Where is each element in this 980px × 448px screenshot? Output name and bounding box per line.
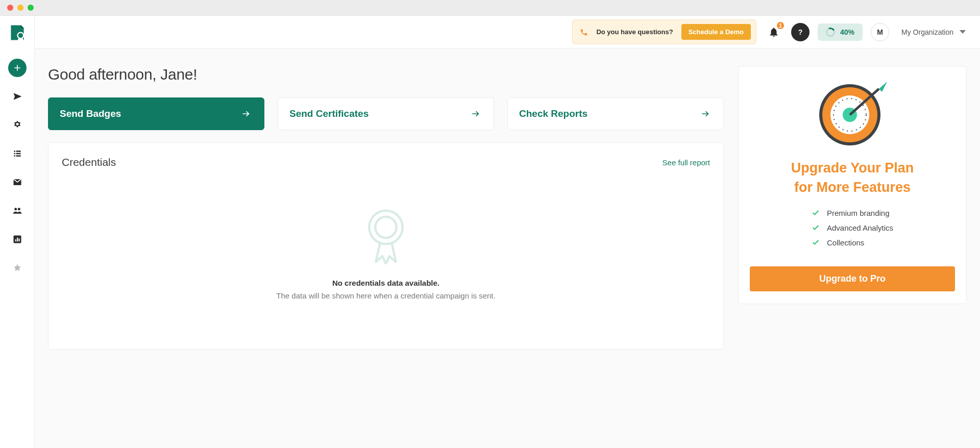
svg-point-1 — [16, 123, 18, 126]
action-label: Send Badges — [60, 108, 121, 119]
setup-progress-pill[interactable]: 40% — [818, 23, 863, 41]
window-zoom-dot[interactable] — [28, 5, 34, 11]
svg-rect-6 — [14, 155, 15, 157]
svg-rect-2 — [14, 151, 15, 152]
sidebar-analytics-icon[interactable] — [8, 230, 27, 248]
progress-percent: 40% — [840, 28, 854, 36]
action-label: Check Reports — [519, 108, 587, 119]
empty-state-title: No credentials data available. — [332, 279, 439, 287]
upgrade-features-list: Premium branding Advanced Analytics Coll… — [812, 209, 893, 253]
arrow-right-icon — [239, 107, 253, 120]
svg-point-16 — [375, 217, 396, 238]
send-certificates-button[interactable]: Send Certificates — [278, 97, 494, 130]
svg-rect-12 — [17, 238, 18, 242]
arrow-right-icon — [699, 107, 712, 120]
sidebar-favorites-icon[interactable] — [8, 259, 27, 277]
help-button[interactable]: ? — [791, 23, 810, 41]
feature-item: Collections — [812, 238, 893, 247]
sidebar-send-icon[interactable] — [8, 87, 27, 106]
svg-rect-13 — [18, 238, 19, 241]
svg-rect-3 — [16, 151, 20, 152]
arrow-right-icon — [469, 107, 482, 120]
svg-point-9 — [17, 208, 20, 210]
check-reports-button[interactable]: Check Reports — [507, 97, 724, 130]
demo-callout: Do you have questions? Schedule a Demo — [572, 19, 756, 44]
organization-label: My Organization — [901, 28, 953, 36]
see-full-report-link[interactable]: See full report — [663, 158, 710, 167]
window-chrome — [0, 0, 980, 16]
check-icon — [812, 209, 820, 217]
action-label: Send Certificates — [289, 108, 369, 119]
send-badges-button[interactable]: Send Badges — [48, 97, 264, 130]
phone-icon — [580, 28, 588, 36]
user-avatar[interactable]: M — [871, 23, 889, 41]
sidebar-users-icon[interactable] — [8, 202, 27, 220]
check-icon — [812, 238, 820, 246]
upgrade-title: Upgrade Your Plan for More Features — [791, 159, 914, 197]
progress-ring-icon — [824, 26, 836, 38]
window-minimize-dot[interactable] — [17, 5, 23, 11]
svg-rect-11 — [15, 239, 16, 241]
schedule-demo-button[interactable]: Schedule a Demo — [681, 24, 751, 40]
credentials-card: Credentials See full report No credentia… — [48, 142, 724, 350]
feature-item: Advanced Analytics — [812, 223, 893, 232]
sidebar-badges-icon[interactable] — [8, 116, 27, 134]
questions-label: Do you have questions? — [596, 28, 673, 36]
topbar: Do you have questions? Schedule a Demo 1… — [35, 16, 980, 48]
sidebar-mail-icon[interactable] — [8, 173, 27, 191]
brand-logo[interactable] — [7, 22, 28, 43]
sidebar-list-icon[interactable] — [8, 144, 27, 163]
credentials-title: Credentials — [62, 156, 116, 168]
upgrade-cta-button[interactable]: Upgrade to Pro — [750, 266, 955, 291]
svg-rect-7 — [16, 155, 20, 157]
target-icon — [817, 77, 888, 150]
svg-rect-4 — [14, 153, 15, 155]
chevron-down-icon — [960, 30, 966, 34]
window-close-dot[interactable] — [7, 5, 13, 11]
sidebar-add-button[interactable] — [8, 59, 27, 77]
organization-selector[interactable]: My Organization — [901, 28, 966, 36]
greeting-heading: Good afternoon, Jane! — [48, 66, 724, 83]
ribbon-icon — [363, 206, 409, 267]
empty-state-subtitle: The data will be shown here when a crede… — [276, 291, 495, 300]
sidebar — [0, 16, 35, 448]
upgrade-card: Upgrade Your Plan for More Features Prem… — [738, 66, 967, 304]
svg-rect-5 — [16, 153, 20, 155]
notifications-button[interactable]: 1 — [765, 23, 783, 41]
feature-item: Premium branding — [812, 209, 893, 217]
svg-point-8 — [14, 208, 17, 210]
notification-badge: 1 — [776, 21, 785, 30]
check-icon — [812, 223, 820, 232]
